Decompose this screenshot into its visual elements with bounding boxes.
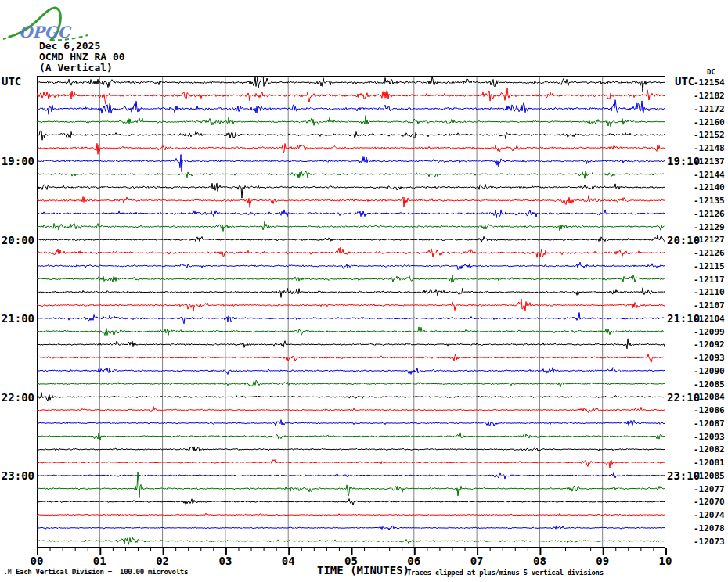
dc-value-19:30: -12135 [694,196,725,206]
dc-value-22:50: -12081 [694,458,725,468]
x-tick-label-04: 04 [282,555,295,567]
dc-value-18:40: -12152 [694,130,725,140]
dc-value-23:50: -12073 [694,537,725,547]
hour-label-left-20:00: 20:00 [0,234,34,246]
x-tick-label-07: 07 [470,555,484,567]
dc-value-20:20: -12115 [694,261,725,271]
dc-value-22:10: -12086 [694,405,725,415]
dc-value-22:40: -12082 [694,444,725,454]
dc-value-21:00: -12104 [694,314,725,324]
dc-value-23:20: -12070 [694,497,725,507]
helicorder-page: OPGC Dec 6,2025 OCMD HNZ RA 00 (A Vertic… [0,0,728,582]
dc-value-20:50: -12107 [694,300,725,311]
dc-value-19:50: -12129 [694,222,725,232]
utc-label-right: UTC [675,75,694,88]
dc-value-20:40: -12110 [694,287,725,297]
station-label: OCMD HNZ RA 00 [39,51,125,63]
x-tick-label-01: 01 [93,555,106,567]
dc-value-19:20: -12140 [694,182,725,192]
x-tick-label-00: 00 [31,555,44,567]
plot-area [37,76,665,548]
hour-label-left-19:00: 19:00 [0,155,34,167]
dc-value-21:20: -12092 [694,340,725,350]
hour-label-left-21:00: 21:00 [0,312,34,325]
hour-label-left-22:00: 22:00 [0,391,34,404]
opgc-logo: OPGC [2,2,96,45]
x-tick-label-09: 09 [596,555,609,567]
utc-label-left: UTC [2,75,21,88]
x-axis-title: TIME (MINUTES) [317,564,409,577]
corner-mark: .M [4,569,12,576]
dc-value-23:40: -12078 [694,523,725,534]
dc-value-22:30: -12093 [694,432,725,442]
dc-value-20:00: -12127 [694,235,725,245]
dc-value-21:30: -12093 [694,353,725,363]
dc-value-18:50: -12148 [694,143,725,153]
dc-value-18:00: -12154 [694,77,725,88]
dc-column-label: DC [707,68,715,76]
dc-value-18:20: -12172 [694,104,725,114]
dc-value-21:10: -12099 [694,327,725,337]
hour-label-left-23:00: 23:00 [0,469,34,482]
dc-value-23:30: -12074 [694,510,725,520]
component-label: (A Vertical) [39,62,113,74]
x-tick-label-02: 02 [156,555,169,567]
dc-value-23:00: -12085 [694,471,725,481]
dc-value-19:40: -12126 [694,209,725,219]
x-tick-label-08: 08 [533,555,546,567]
traces-svg [37,76,665,548]
clip-note: Traces clipped at plus/minus 5 vertical … [407,569,604,577]
scale-note: Each Vertical Division = 100.00 microvol… [16,568,188,576]
dc-value-19:00: -12137 [694,156,725,167]
dc-value-19:10: -12144 [694,170,725,180]
dc-value-23:10: -12077 [694,484,725,494]
dc-value-18:30: -12160 [694,117,725,128]
dc-value-22:00: -12084 [694,392,725,402]
dc-value-22:20: -12087 [694,419,725,429]
x-tick-label-10: 10 [659,555,672,567]
dc-value-18:10: -12182 [694,91,725,101]
dc-value-21:40: -12090 [694,366,725,376]
date-label: Dec 6,2025 [39,40,100,52]
dc-value-20:30: -12117 [694,275,725,285]
x-tick-label-03: 03 [218,555,232,567]
logo-text: OPGC [19,23,72,41]
dc-value-20:10: -12126 [694,248,725,258]
dc-value-21:50: -12085 [694,379,725,390]
